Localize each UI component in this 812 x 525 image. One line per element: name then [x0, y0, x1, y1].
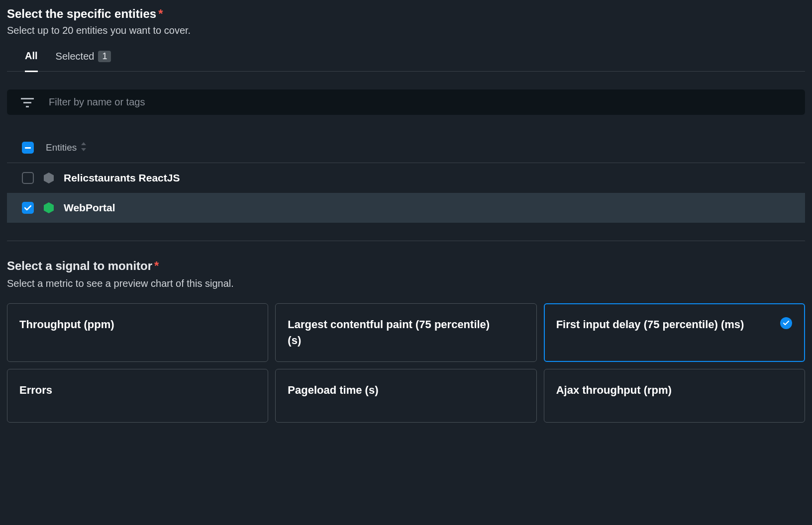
- tab-all-label: All: [25, 50, 38, 62]
- select-all-checkbox[interactable]: [22, 142, 34, 154]
- column-header-label: Entities: [46, 142, 77, 153]
- signal-card-fid[interactable]: First input delay (75 percentile) (ms): [544, 303, 805, 362]
- signal-title: Select a signal to monitor*: [7, 259, 805, 273]
- signal-label: Throughput (ppm): [19, 317, 134, 333]
- svg-rect-0: [21, 98, 34, 99]
- required-marker: *: [154, 259, 159, 272]
- filter-input[interactable]: [49, 96, 791, 108]
- tab-selected[interactable]: Selected 1: [56, 50, 111, 71]
- filter-bar: [7, 89, 805, 115]
- hexagon-icon: [44, 203, 54, 213]
- signal-label: Pageload time (s): [288, 382, 398, 398]
- entity-row[interactable]: Relicstaurants ReactJS: [7, 163, 805, 193]
- tabs-bar: All Selected 1: [7, 50, 805, 72]
- svg-rect-2: [26, 106, 29, 107]
- check-circle-icon: [780, 317, 792, 329]
- signal-card-errors[interactable]: Errors: [7, 369, 268, 423]
- entities-description: Select up to 20 entities you want to cov…: [7, 25, 805, 36]
- hexagon-icon: [44, 173, 54, 183]
- required-marker: *: [158, 7, 163, 20]
- sort-icon: [81, 142, 87, 154]
- signal-card-lcp[interactable]: Largest contentful paint (75 percentile)…: [275, 303, 536, 362]
- tab-selected-count-badge: 1: [98, 51, 111, 62]
- column-header-entities[interactable]: Entities: [46, 142, 87, 154]
- signal-title-text: Select a signal to monitor: [7, 259, 152, 272]
- tab-selected-label: Selected: [56, 51, 95, 62]
- filter-icon[interactable]: [21, 97, 34, 107]
- entities-title-text: Select the specific entities: [7, 7, 156, 20]
- entity-checkbox[interactable]: [22, 172, 34, 184]
- tab-all[interactable]: All: [25, 50, 38, 72]
- entities-section: Select the specific entities* Select up …: [7, 7, 805, 223]
- signal-card-pageload[interactable]: Pageload time (s): [275, 369, 536, 423]
- section-divider: [7, 241, 805, 241]
- entity-checkbox[interactable]: [22, 202, 34, 214]
- entity-row[interactable]: WebPortal: [7, 193, 805, 223]
- signal-grid: Throughput (ppm) Largest contentful pain…: [7, 303, 805, 423]
- svg-rect-1: [23, 102, 31, 103]
- signal-card-throughput[interactable]: Throughput (ppm): [7, 303, 268, 362]
- signal-label: Largest contentful paint (75 percentile)…: [288, 317, 524, 349]
- signal-description: Select a metric to see a preview chart o…: [7, 278, 805, 289]
- table-header: Entities: [7, 133, 805, 163]
- signal-card-ajax[interactable]: Ajax throughput (rpm): [544, 369, 805, 423]
- signal-label: Errors: [19, 382, 72, 398]
- entity-name: WebPortal: [64, 202, 115, 214]
- signal-section: Select a signal to monitor* Select a met…: [7, 259, 805, 423]
- signal-label: First input delay (75 percentile) (ms): [556, 317, 764, 333]
- entities-title: Select the specific entities*: [7, 7, 805, 21]
- entity-name: Relicstaurants ReactJS: [64, 172, 180, 184]
- signal-label: Ajax throughput (rpm): [556, 382, 692, 398]
